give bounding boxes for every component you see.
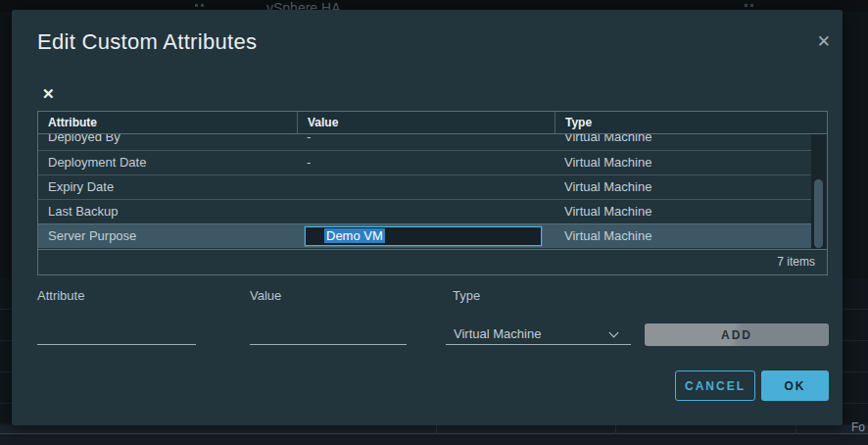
background-row — [0, 425, 868, 434]
table-row[interactable]: Deployment Date - Virtual Machine — [38, 150, 827, 174]
close-icon[interactable]: ✕ — [817, 33, 831, 50]
table-rows: Deployed By - Virtual Machine Deployment… — [38, 134, 827, 248]
type-select[interactable]: Virtual Machine — [446, 325, 631, 345]
column-divider — [796, 425, 796, 434]
column-divider — [615, 425, 616, 434]
column-header-type[interactable]: Type — [555, 112, 827, 133]
ok-button[interactable]: OK — [761, 371, 829, 401]
selected-text: Demo VM — [324, 228, 385, 243]
attribute-label: Attribute — [37, 288, 84, 303]
attributes-table: Attribute Value Type Deployed By - Virtu… — [37, 111, 828, 275]
value-cell: - — [297, 151, 555, 174]
grid-dots-icon — [745, 4, 747, 7]
attribute-cell: Deployed By — [38, 134, 297, 150]
table-row-selected[interactable]: Server Purpose Virtual Machine Demo VM — [38, 223, 827, 248]
column-header-value[interactable]: Value — [297, 112, 555, 133]
attribute-cell: Deployment Date — [38, 151, 297, 174]
type-cell: Virtual Machine — [555, 134, 827, 150]
remove-attribute-icon[interactable]: ✕ — [42, 86, 55, 101]
table-body: Deployed By - Virtual Machine Deployment… — [38, 134, 827, 249]
add-button[interactable]: ADD — [645, 323, 829, 346]
scrollbar-thumb[interactable] — [814, 179, 823, 248]
grid-dots-icon — [195, 4, 198, 7]
type-cell: Virtual Machine — [555, 175, 827, 199]
value-cell — [297, 200, 555, 223]
type-cell: Virtual Machine — [555, 200, 827, 223]
value-cell: - — [297, 134, 555, 150]
attribute-cell: Expiry Date — [38, 175, 297, 199]
items-count: 7 items — [777, 255, 815, 269]
edit-custom-attributes-dialog: Edit Custom Attributes ✕ ✕ Attribute Val… — [12, 10, 843, 425]
table-row[interactable]: Deployed By - Virtual Machine — [38, 134, 827, 150]
column-header-attribute[interactable]: Attribute — [38, 112, 297, 133]
table-header: Attribute Value Type — [38, 112, 827, 134]
table-row[interactable]: Expiry Date Virtual Machine — [38, 174, 827, 199]
type-select-value: Virtual Machine — [454, 326, 541, 341]
attribute-cell: Server Purpose — [38, 224, 297, 248]
new-attribute-input[interactable] — [37, 325, 196, 345]
cancel-button[interactable]: CANCEL — [675, 371, 755, 401]
new-value-input[interactable] — [250, 325, 407, 345]
type-label: Type — [453, 288, 480, 303]
screen: vSphere HA Fo Edit Custom Attributes ✕ ✕… — [0, 0, 868, 445]
dialog-title: Edit Custom Attributes — [37, 29, 257, 55]
column-divider — [436, 425, 437, 434]
table-footer: 7 items — [38, 249, 827, 274]
chevron-down-icon — [609, 328, 619, 338]
value-cell — [297, 175, 555, 199]
background-bottom: Fo — [0, 423, 868, 445]
attribute-cell: Last Backup — [38, 200, 297, 223]
table-row[interactable]: Last Backup Virtual Machine — [38, 199, 827, 223]
background-clipped-label: Fo — [851, 420, 865, 434]
scrollbar-track[interactable] — [811, 134, 827, 249]
type-cell: Virtual Machine — [555, 151, 827, 174]
type-cell: Virtual Machine — [555, 224, 827, 248]
value-label: Value — [250, 288, 281, 303]
value-input[interactable]: Demo VM — [305, 226, 542, 246]
